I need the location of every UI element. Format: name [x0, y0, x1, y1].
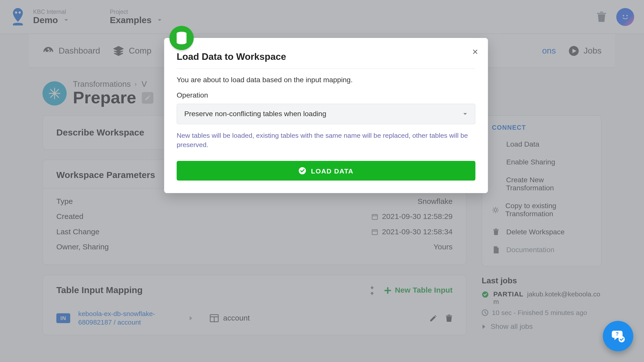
- modal-title: Load Data to Workspace: [177, 51, 475, 69]
- operation-label: Operation: [177, 91, 475, 99]
- chat-help-button[interactable]: ?: [603, 321, 633, 351]
- close-modal-button[interactable]: ×: [472, 46, 478, 58]
- check-circle-icon: [299, 167, 307, 175]
- caret-down-icon: [462, 112, 468, 116]
- load-data-modal: × Load Data to Workspace You are about t…: [164, 38, 488, 193]
- operation-selected-value: Preserve non-conflicting tables when loa…: [184, 110, 326, 118]
- database-icon: [170, 26, 194, 50]
- operation-select[interactable]: Preserve non-conflicting tables when loa…: [177, 104, 475, 124]
- load-data-button[interactable]: LOAD DATA: [177, 161, 475, 180]
- svg-text:?: ?: [616, 331, 619, 337]
- modal-intro-text: You are about to load data based on the …: [177, 76, 475, 84]
- operation-helper-text: New tables will be loaded, existing tabl…: [177, 130, 475, 149]
- svg-point-26: [619, 336, 625, 342]
